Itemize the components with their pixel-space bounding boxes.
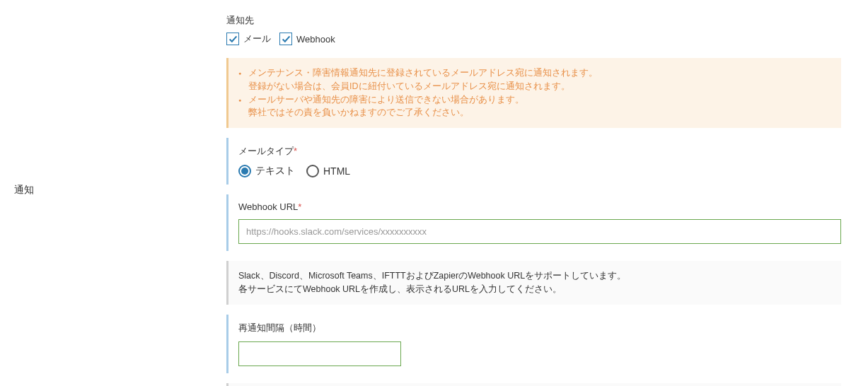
mail-type-label: メールタイプ* [238,145,841,158]
mail-type-label-text: メールタイプ [238,146,294,156]
webhook-help-box: Slack、Discord、Microsoft Teams、IFTTTおよびZa… [226,261,841,305]
notice-line: 登録がない場合は、会員IDに紐付いているメールアドレス宛に通知されます。 [238,80,831,93]
checkbox-mail-box[interactable] [226,33,239,45]
webhook-url-block: Webhook URL* [226,194,841,251]
sidebar-section-title: 通知 [14,184,226,197]
required-mark: * [294,146,297,156]
checkbox-webhook-box[interactable] [279,33,292,45]
webhook-help-line: Slack、Discord、Microsoft Teams、IFTTTおよびZa… [238,269,831,283]
webhook-url-label-text: Webhook URL [238,201,298,212]
radio-text[interactable]: テキスト [238,165,295,177]
radio-text-label: テキスト [255,165,295,177]
check-icon [282,35,291,44]
radio-html[interactable]: HTML [306,165,350,177]
radio-html-circle[interactable] [306,165,319,177]
destination-label: 通知先 [226,14,841,27]
radio-html-label: HTML [323,165,350,177]
notice-box: メンテナンス・障害情報通知先に登録されているメールアドレス宛に通知されます。 登… [226,58,841,128]
checkbox-mail[interactable]: メール [226,33,271,45]
webhook-url-label: Webhook URL* [238,201,841,212]
mail-type-radio-row: テキスト HTML [238,165,841,177]
interval-input[interactable] [238,341,401,366]
main-content: 通知先 メール Webhook メンテナンス・障害情報通知先に登録されているメー… [226,14,854,386]
checkbox-mail-label: メール [243,33,271,45]
notice-line: 弊社ではその責を負いかねますのでご了承ください。 [238,106,831,119]
notice-line: メンテナンス・障害情報通知先に登録されているメールアドレス宛に通知されます。 [238,66,831,80]
checkbox-webhook-label: Webhook [296,34,335,45]
destination-checkbox-row: メール Webhook [226,33,841,45]
mail-type-block: メールタイプ* テキスト HTML [226,138,841,185]
required-mark: * [298,201,301,212]
notice-line: メールサーバや通知先の障害により送信できない場合があります。 [238,93,831,107]
check-icon [228,35,238,44]
interval-help-box: 再通知間隔は1時間単位で1時間～72時間（3日）まで指定できます。 省略した場合… [226,383,841,387]
webhook-help-line: 各サービスにてWebhook URLを作成し、表示されるURLを入力してください… [238,283,831,296]
webhook-url-input[interactable] [238,219,841,244]
radio-text-circle[interactable] [238,165,251,177]
interval-block: 再通知間隔（時間） [226,315,841,373]
radio-dot-icon [241,168,248,175]
sidebar: 通知 [14,14,226,386]
checkbox-webhook[interactable]: Webhook [279,33,335,45]
interval-label: 再通知間隔（時間） [238,322,841,334]
